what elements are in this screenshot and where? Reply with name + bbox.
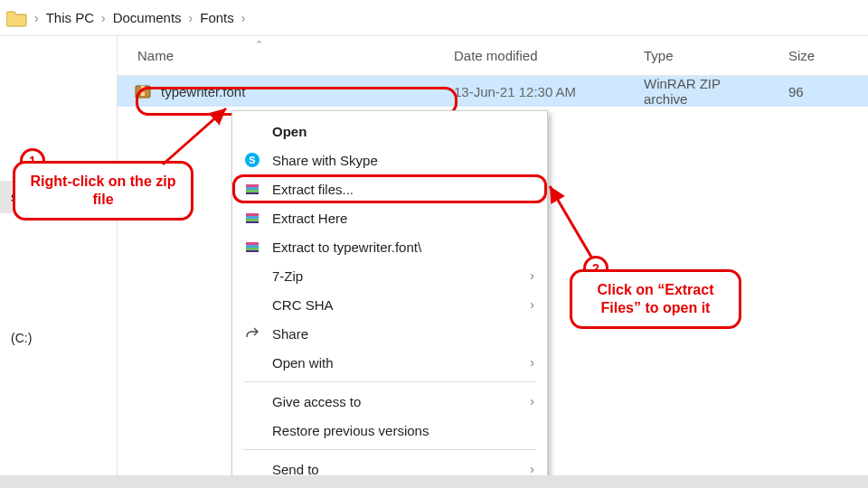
column-headers: Name ⌃ Date modified Type Size [118, 36, 868, 76]
breadcrumb-trailing-chevron[interactable]: › [240, 11, 248, 25]
svg-text:S: S [249, 155, 255, 165]
svg-rect-16 [246, 248, 259, 250]
share-icon [243, 324, 261, 343]
context-menu-7zip[interactable]: 7-Zip › [232, 261, 547, 290]
sort-indicator-icon: ⌃ [255, 39, 263, 51]
svg-rect-12 [246, 219, 259, 221]
annotation-text: Right-click on the zip file [31, 174, 176, 207]
breadcrumb-label: This PC [41, 6, 99, 29]
chevron-right-icon: › [187, 11, 195, 25]
column-label: Date modified [454, 48, 538, 63]
context-menu-separator [243, 449, 536, 450]
column-header-name[interactable]: Name ⌃ [118, 36, 443, 75]
annotation-text: Click on “Extract Files” to open it [598, 282, 714, 315]
blank-icon [243, 122, 261, 140]
context-menu-label: Extract Here [272, 211, 534, 226]
chevron-right-icon: › [99, 11, 108, 25]
svg-rect-1 [141, 86, 145, 89]
file-type-cell: WinRAR ZIP archive [633, 76, 778, 107]
column-label: Type [644, 48, 674, 63]
address-bar[interactable]: › This PC › Documents › Fonts › [0, 0, 868, 36]
context-menu-label: Restore previous versions [272, 423, 534, 438]
context-menu-label: Share with Skype [272, 153, 534, 168]
breadcrumb-label: Documents [108, 6, 187, 29]
breadcrumb-segment[interactable]: › This PC [33, 6, 99, 29]
context-menu-label: Send to [272, 462, 519, 477]
breadcrumb-label: Fonts [194, 6, 240, 29]
chevron-right-icon: › [240, 11, 248, 25]
blank-icon [243, 392, 261, 410]
winrar-icon [243, 180, 261, 198]
svg-rect-11 [246, 216, 259, 219]
sidebar-item-label: (C:) [11, 331, 32, 345]
file-name-cell[interactable]: typewriter.font [118, 82, 443, 100]
context-menu-share[interactable]: Share [232, 319, 547, 348]
context-menu-label: CRC SHA [272, 297, 519, 313]
column-header-date[interactable]: Date modified [443, 36, 633, 75]
context-menu-label: Give access to [272, 394, 519, 409]
context-menu-label: Share [272, 326, 534, 342]
svg-rect-2 [141, 92, 145, 96]
context-menu-give-access[interactable]: Give access to › [232, 387, 547, 416]
file-date-cell: 13-Jun-21 12:30 AM [443, 84, 633, 99]
file-size-cell: 96 [778, 84, 868, 99]
context-menu-restore-versions[interactable]: Restore previous versions [232, 416, 547, 445]
svg-rect-15 [246, 245, 259, 248]
blank-icon [243, 296, 261, 314]
svg-rect-7 [246, 187, 259, 190]
svg-rect-8 [246, 190, 259, 192]
context-menu-extract-to-folder[interactable]: Extract to typewriter.font\ [232, 232, 547, 261]
column-label: Name [137, 48, 174, 63]
breadcrumb-segment[interactable]: › Fonts [187, 6, 240, 29]
annotation-callout-2: Click on “Extract Files” to open it [570, 269, 741, 329]
blank-icon [243, 353, 261, 371]
context-menu-label: Open [272, 124, 534, 139]
column-header-type[interactable]: Type [633, 36, 778, 75]
chevron-right-icon: › [530, 355, 534, 370]
winrar-icon [243, 209, 261, 227]
context-menu-open[interactable]: Open [232, 117, 547, 145]
skype-icon: S [243, 151, 261, 169]
chevron-right-icon: › [530, 462, 534, 476]
archive-icon [134, 82, 152, 100]
svg-rect-6 [246, 184, 259, 187]
context-menu-share-skype[interactable]: S Share with Skype [232, 145, 547, 174]
blank-icon [243, 267, 261, 285]
context-menu: Open S Share with Skype Extract files...… [231, 110, 548, 488]
navigation-pane[interactable]: s (C:) [0, 36, 118, 488]
taskbar [0, 475, 868, 488]
context-menu-open-with[interactable]: Open with › [232, 348, 547, 377]
chevron-right-icon: › [33, 11, 41, 25]
svg-rect-10 [246, 213, 259, 216]
context-menu-extract-files[interactable]: Extract files... [232, 174, 547, 203]
chevron-right-icon: › [530, 268, 534, 283]
context-menu-separator [243, 381, 536, 382]
context-menu-label: 7-Zip [272, 268, 519, 284]
column-header-size[interactable]: Size [778, 36, 868, 75]
winrar-icon [243, 238, 261, 256]
breadcrumb-segment[interactable]: › Documents [99, 6, 187, 29]
annotation-callout-1: Right-click on the zip file [13, 161, 193, 221]
chevron-right-icon: › [530, 394, 534, 408]
context-menu-crc-sha[interactable]: CRC SHA › [232, 290, 547, 319]
blank-icon [243, 421, 261, 439]
context-menu-label: Open with [272, 355, 519, 371]
file-row[interactable]: typewriter.font 13-Jun-21 12:30 AM WinRA… [118, 76, 868, 107]
column-label: Size [788, 48, 815, 63]
context-menu-label: Extract files... [272, 182, 534, 197]
folder-icon [5, 8, 29, 28]
sidebar-item-drive-c[interactable]: (C:) [0, 322, 117, 354]
chevron-right-icon: › [530, 297, 534, 312]
context-menu-extract-here[interactable]: Extract Here [232, 203, 547, 232]
svg-rect-14 [246, 242, 259, 245]
file-name: typewriter.font [161, 84, 245, 99]
context-menu-label: Extract to typewriter.font\ [272, 239, 534, 255]
